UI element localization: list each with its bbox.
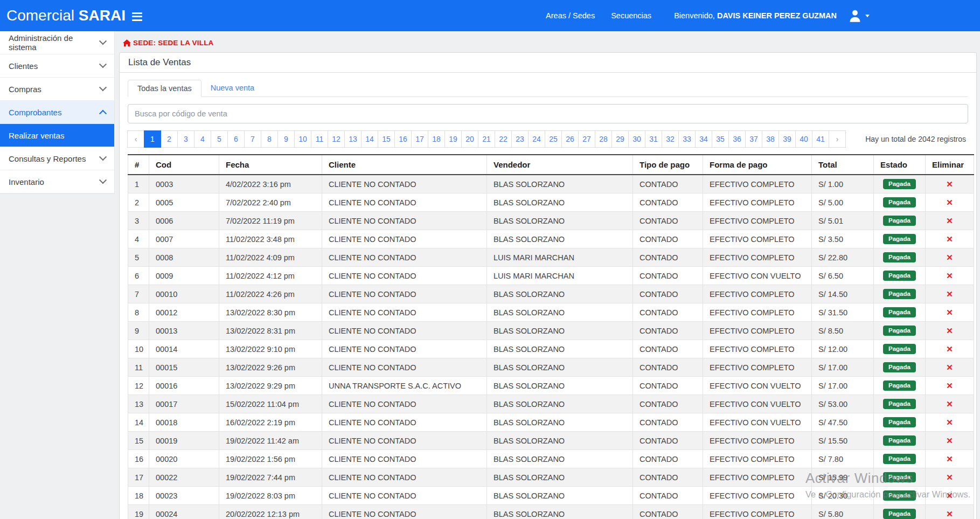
nav-secuencias-link[interactable]: Secuencias xyxy=(611,11,651,20)
page-button-23[interactable]: 23 xyxy=(511,130,529,148)
page-button-24[interactable]: 24 xyxy=(528,130,545,148)
cell-tipo-pago: CONTADO xyxy=(633,468,703,487)
page-button-4[interactable]: 4 xyxy=(194,130,211,148)
sidebar-item-compras[interactable]: Compras xyxy=(0,78,114,101)
page-button-38[interactable]: 38 xyxy=(762,130,779,148)
page-button-2[interactable]: 2 xyxy=(161,130,178,148)
page-button-7[interactable]: 7 xyxy=(244,130,261,148)
cell-index: 17 xyxy=(128,468,149,487)
cell-index: 5 xyxy=(128,248,149,267)
delete-button[interactable]: ✕ xyxy=(946,345,953,353)
delete-button[interactable]: ✕ xyxy=(946,308,953,316)
cell-forma-pago: EFECTIVO COMPLETO xyxy=(703,248,812,267)
page-button-10[interactable]: 10 xyxy=(294,130,311,148)
cell-cliente: CLIENTE NO CONTADO xyxy=(322,468,487,487)
table-row: 300067/02/2022 11:19 pmCLIENTE NO CONTAD… xyxy=(128,212,974,230)
cell-eliminar: ✕ xyxy=(926,395,974,413)
delete-button[interactable]: ✕ xyxy=(946,327,953,335)
table-row: 4000711/02/2022 3:48 pmCLIENTE NO CONTAD… xyxy=(128,230,974,248)
delete-button[interactable]: ✕ xyxy=(946,510,953,518)
search-input[interactable] xyxy=(128,104,968,123)
delete-button[interactable]: ✕ xyxy=(946,455,953,463)
pagination-next-button[interactable]: › xyxy=(829,130,846,148)
cell-cod: 0005 xyxy=(149,193,219,212)
page-button-35[interactable]: 35 xyxy=(712,130,729,148)
page-button-16[interactable]: 16 xyxy=(394,130,412,148)
page-button-1[interactable]: 1 xyxy=(144,130,161,148)
sidebar-menu: Administración de sistemaClientesCompras… xyxy=(0,31,114,193)
tab-todas-la-ventas[interactable]: Todas la ventas xyxy=(128,80,201,97)
page-button-34[interactable]: 34 xyxy=(695,130,712,148)
table-row: 6000911/02/2022 4:12 pmCLIENTE NO CONTAD… xyxy=(128,267,974,285)
cell-total: S/ 6.50 xyxy=(812,267,874,285)
delete-button[interactable]: ✕ xyxy=(946,492,953,500)
sidebar-item-clientes[interactable]: Clientes xyxy=(0,54,114,78)
delete-button[interactable]: ✕ xyxy=(946,198,953,206)
page-button-9[interactable]: 9 xyxy=(277,130,295,148)
page-button-22[interactable]: 22 xyxy=(495,130,512,148)
delete-button[interactable]: ✕ xyxy=(946,400,953,408)
page-button-25[interactable]: 25 xyxy=(545,130,562,148)
cell-cod: 0008 xyxy=(149,248,219,267)
page-button-11[interactable]: 11 xyxy=(311,130,328,148)
page-button-18[interactable]: 18 xyxy=(428,130,445,148)
page-button-3[interactable]: 3 xyxy=(177,130,194,148)
tab-nueva-venta[interactable]: Nueva venta xyxy=(201,80,263,96)
delete-button[interactable]: ✕ xyxy=(946,382,953,390)
delete-button[interactable]: ✕ xyxy=(946,418,953,426)
cell-eliminar: ✕ xyxy=(926,267,974,285)
page-button-5[interactable]: 5 xyxy=(211,130,228,148)
page-button-6[interactable]: 6 xyxy=(227,130,245,148)
delete-button[interactable]: ✕ xyxy=(946,253,953,261)
status-badge: Pagada xyxy=(883,197,916,208)
page-button-17[interactable]: 17 xyxy=(411,130,428,148)
page-button-33[interactable]: 33 xyxy=(678,130,696,148)
page-button-41[interactable]: 41 xyxy=(812,130,829,148)
column-header-: # xyxy=(128,155,149,175)
delete-button[interactable]: ✕ xyxy=(946,363,953,371)
hamburger-menu-icon[interactable] xyxy=(132,10,142,23)
cell-eliminar: ✕ xyxy=(926,450,974,468)
sidebar-item-comprobantes[interactable]: Comprobantes xyxy=(0,101,114,124)
page-button-37[interactable]: 37 xyxy=(745,130,762,148)
page-button-13[interactable]: 13 xyxy=(344,130,362,148)
page-button-30[interactable]: 30 xyxy=(628,130,645,148)
delete-button[interactable]: ✕ xyxy=(946,217,953,225)
nav-areas-sedes-link[interactable]: Areas / Sedes xyxy=(546,11,595,20)
page-button-12[interactable]: 12 xyxy=(328,130,345,148)
sidebar-item-consultas-y-reportes[interactable]: Consultas y Reportes xyxy=(0,147,114,170)
page-button-26[interactable]: 26 xyxy=(561,130,579,148)
sidebar-item-realizar-ventas[interactable]: Realizar ventas xyxy=(0,124,114,147)
sidebar-item-administracion-de-sistema[interactable]: Administración de sistema xyxy=(0,31,114,54)
page-button-14[interactable]: 14 xyxy=(361,130,378,148)
delete-button[interactable]: ✕ xyxy=(946,473,953,481)
page-button-21[interactable]: 21 xyxy=(478,130,495,148)
sidebar-item-inventario[interactable]: Inventario xyxy=(0,170,114,193)
page-button-20[interactable]: 20 xyxy=(461,130,478,148)
delete-button[interactable]: ✕ xyxy=(946,272,953,280)
cell-fecha: 7/02/2022 11:19 pm xyxy=(219,212,322,230)
delete-button[interactable]: ✕ xyxy=(946,235,953,243)
page-button-27[interactable]: 27 xyxy=(578,130,595,148)
delete-button[interactable]: ✕ xyxy=(946,437,953,445)
cell-index: 8 xyxy=(128,303,149,322)
cell-total: S/ 7.80 xyxy=(812,450,874,468)
page-button-15[interactable]: 15 xyxy=(378,130,395,148)
cell-eliminar: ✕ xyxy=(926,285,974,303)
page-button-28[interactable]: 28 xyxy=(595,130,612,148)
cell-total: S/ 8.50 xyxy=(812,322,874,340)
user-menu[interactable] xyxy=(847,8,870,23)
delete-button[interactable]: ✕ xyxy=(946,180,953,188)
page-button-40[interactable]: 40 xyxy=(795,130,812,148)
page-button-31[interactable]: 31 xyxy=(645,130,662,148)
page-button-32[interactable]: 32 xyxy=(662,130,679,148)
page-button-8[interactable]: 8 xyxy=(261,130,278,148)
status-badge: Pagada xyxy=(883,454,916,465)
page-button-36[interactable]: 36 xyxy=(728,130,746,148)
page-button-39[interactable]: 39 xyxy=(779,130,796,148)
delete-button[interactable]: ✕ xyxy=(946,290,953,298)
cell-cod: 00013 xyxy=(149,322,219,340)
page-button-19[interactable]: 19 xyxy=(444,130,462,148)
page-button-29[interactable]: 29 xyxy=(611,130,629,148)
pagination-prev-button[interactable]: ‹ xyxy=(127,130,144,148)
